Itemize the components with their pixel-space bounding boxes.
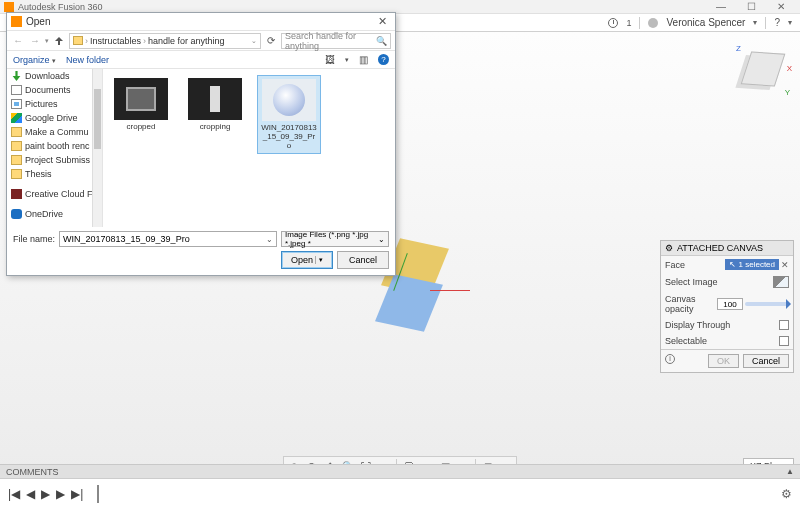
face-label: Face	[665, 260, 721, 270]
timeline-end-button[interactable]: ▶|	[71, 487, 83, 501]
scrollbar-thumb[interactable]	[94, 89, 101, 149]
cancel-panel-button[interactable]: Cancel	[743, 354, 789, 368]
caret-icon: ▾	[788, 18, 792, 27]
preview-pane-icon[interactable]: ▥	[359, 54, 368, 65]
open-split-caret-icon[interactable]: ▾	[315, 256, 323, 264]
filetype-caret-icon: ⌄	[378, 235, 385, 244]
sidebar-item-documents[interactable]: Documents	[7, 83, 102, 97]
breadcrumb[interactable]: › Instructables › handle for anything ⌄	[69, 33, 261, 49]
sidebar-item-google-drive[interactable]: Google Drive	[7, 111, 102, 125]
filetype-select[interactable]: Image Files (*.png *.jpg *.jpeg *⌄	[281, 231, 389, 247]
dialog-title: Open	[26, 16, 373, 27]
filename-caret-icon[interactable]: ⌄	[266, 235, 273, 244]
breadcrumb-item[interactable]: handle for anything	[148, 36, 225, 46]
display-through-label: Display Through	[665, 320, 775, 330]
face-selection[interactable]: ↖ 1 selected	[725, 259, 779, 270]
close-app-button[interactable]: ✕	[766, 0, 796, 14]
file-item-cropping[interactable]: cropping	[183, 75, 247, 135]
ok-button[interactable]: OK	[708, 354, 739, 368]
timeline-settings-icon[interactable]: ⚙	[781, 487, 792, 501]
view-caret-icon[interactable]: ▾	[345, 56, 349, 64]
cancel-button[interactable]: Cancel	[337, 251, 389, 269]
help-icon[interactable]: ?	[774, 17, 780, 28]
opacity-label: Canvas opacity	[665, 294, 713, 314]
sidebar-item-folder[interactable]: Make a Commu	[7, 125, 102, 139]
minimize-button[interactable]: —	[706, 0, 736, 14]
google-drive-icon	[11, 113, 22, 123]
organize-menu[interactable]: Organize ▾	[13, 55, 56, 65]
sidebar-item-onedrive[interactable]: OneDrive	[7, 207, 102, 221]
file-name: WIN_20170813_15_09_39_Pro	[261, 124, 317, 150]
job-status-icon[interactable]	[608, 18, 618, 28]
search-icon: 🔍	[376, 36, 387, 46]
sidebar-scrollbar[interactable]	[92, 69, 102, 227]
expand-comments-icon[interactable]: ▲	[786, 467, 794, 476]
user-menu-caret-icon[interactable]: ▾	[753, 18, 757, 27]
axis-x-label: X	[787, 64, 792, 73]
file-item-cropped[interactable]: cropped	[109, 75, 173, 135]
downloads-icon	[11, 71, 22, 81]
up-button[interactable]	[52, 34, 66, 48]
comments-bar[interactable]: COMMENTS ▲	[0, 464, 800, 478]
sidebar-item-downloads[interactable]: Downloads	[7, 69, 102, 83]
user-avatar-icon[interactable]	[648, 18, 658, 28]
filename-input[interactable]: WIN_20170813_15_09_39_Pro⌄	[59, 231, 277, 247]
opacity-slider[interactable]	[745, 302, 789, 306]
dialog-toolbar: Organize ▾ New folder 🖼 ▾ ▥ ?	[7, 51, 395, 69]
dialog-titlebar[interactable]: Open ✕	[7, 13, 395, 31]
sidebar-item-pictures[interactable]: Pictures	[7, 97, 102, 111]
sidebar-item-creative-cloud[interactable]: Creative Cloud Fil	[7, 187, 102, 201]
folder-icon	[73, 36, 83, 45]
history-caret-icon[interactable]: ▾	[45, 37, 49, 45]
refresh-button[interactable]: ⟳	[264, 35, 278, 46]
info-icon[interactable]: i	[665, 354, 675, 364]
select-image-label: Select Image	[665, 277, 769, 287]
forward-button[interactable]: →	[28, 35, 42, 46]
breadcrumb-caret-icon[interactable]: ⌄	[251, 37, 257, 45]
dialog-footer: File name: WIN_20170813_15_09_39_Pro⌄ Im…	[7, 227, 395, 275]
filename-label: File name:	[13, 234, 55, 244]
maximize-button[interactable]: ☐	[736, 0, 766, 14]
view-mode-icon[interactable]: 🖼	[325, 54, 335, 65]
thumbnail	[188, 78, 242, 120]
pointer-icon: ↖	[729, 260, 736, 269]
panel-header[interactable]: ⚙ ATTACHED CANVAS	[661, 241, 793, 256]
pictures-icon	[11, 99, 22, 109]
help-icon[interactable]: ?	[378, 54, 389, 65]
viewcube-cube[interactable]	[741, 51, 786, 86]
timeline-marker[interactable]	[97, 485, 99, 503]
select-image-button[interactable]	[773, 276, 789, 288]
timeline-next-button[interactable]: ▶	[56, 487, 65, 501]
display-through-checkbox[interactable]	[779, 320, 789, 330]
timeline-prev-button[interactable]: ◀	[26, 487, 35, 501]
timeline-play-button[interactable]: ▶	[41, 487, 50, 501]
selectable-checkbox[interactable]	[779, 336, 789, 346]
opacity-input[interactable]: 100	[717, 298, 743, 310]
timeline-start-button[interactable]: |◀	[8, 487, 20, 501]
open-button[interactable]: Open▾	[281, 251, 333, 269]
folder-icon	[11, 155, 22, 165]
sidebar-item-folder[interactable]: paint booth renc	[7, 139, 102, 153]
dialog-close-button[interactable]: ✕	[373, 15, 391, 28]
undo-count: 1	[626, 18, 631, 28]
search-input[interactable]: Search handle for anything 🔍	[281, 33, 391, 49]
breadcrumb-item[interactable]: Instructables	[90, 36, 141, 46]
new-folder-button[interactable]: New folder	[66, 55, 109, 65]
x-axis-line	[430, 290, 470, 291]
separator	[639, 17, 640, 29]
file-list[interactable]: cropped cropping WIN_20170813_15_09_39_P…	[103, 69, 395, 227]
file-item-win[interactable]: WIN_20170813_15_09_39_Pro	[257, 75, 321, 154]
panel-title: ATTACHED CANVAS	[677, 243, 763, 253]
back-button[interactable]: ←	[11, 35, 25, 46]
comments-label: COMMENTS	[6, 467, 786, 477]
user-name[interactable]: Veronica Spencer	[666, 17, 745, 28]
thumbnail	[262, 79, 316, 121]
creative-cloud-icon	[11, 189, 22, 199]
sidebar-item-folder[interactable]: Thesis	[7, 167, 102, 181]
gear-icon[interactable]: ⚙	[665, 243, 673, 253]
dialog-nav: ← → ▾ › Instructables › handle for anyth…	[7, 31, 395, 51]
viewcube[interactable]: Z Y X	[740, 46, 786, 92]
sidebar-item-folder[interactable]: Project Submiss	[7, 153, 102, 167]
clear-face-button[interactable]: ✕	[781, 260, 789, 270]
dialog-icon	[11, 16, 22, 27]
